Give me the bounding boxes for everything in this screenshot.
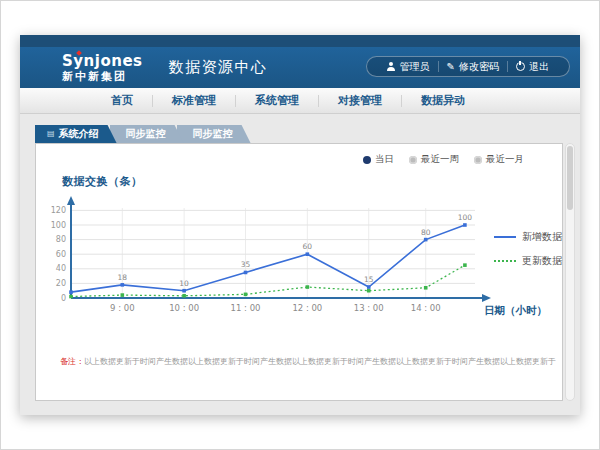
edit-icon: ✎ [447,62,455,72]
chart-svg: 0204060801001209 : 0010 : 0011 : 0012 : … [45,194,495,326]
legend-swatch-icon [494,236,516,238]
power-icon [516,62,525,71]
change-password-button[interactable]: ✎ 修改密码 [439,60,507,74]
scrollbar-track[interactable] [565,143,575,401]
tab-1[interactable]: 同步监控 [110,125,184,143]
document-icon: ▤ [47,130,55,138]
brand-logo: Synjones 新中新集团 [62,54,143,82]
nav-item-2[interactable]: 系统管理 [236,93,318,108]
top-strip [20,35,580,47]
navbar: 首页标准管理系统管理对接管理数据异动 [20,88,580,114]
nav-item-4[interactable]: 数据异动 [402,93,484,108]
svg-text:15: 15 [364,275,374,284]
footnote: 备注：以上数据更新于时间产生数据以上数据更新于时间产生数据以上数据更新于时间产生… [60,356,556,367]
svg-text:80: 80 [421,228,431,237]
logout-button[interactable]: 退出 [508,60,557,74]
svg-text:80: 80 [56,235,66,244]
nav-item-0[interactable]: 首页 [92,93,152,108]
tab-label: 同步监控 [193,125,233,143]
svg-text:0: 0 [61,294,66,303]
svg-text:9 : 00: 9 : 00 [110,303,135,313]
app-title: 数据资源中心 [169,58,268,77]
svg-text:120: 120 [51,206,66,215]
tab-2[interactable]: 同步监控 [177,125,251,143]
svg-text:35: 35 [241,260,251,269]
svg-text:18: 18 [118,273,128,282]
tab-0[interactable]: ▤系统介绍 [35,125,117,143]
svg-text:60: 60 [303,242,313,251]
user-pill: 管理员 ✎ 修改密码 退出 [366,56,570,77]
legend-label: 新增数据 [522,230,562,244]
nav-item-1[interactable]: 标准管理 [153,93,235,108]
radio-0[interactable]: 当日 [363,153,394,166]
logo-subtext: 新中新集团 [62,71,143,82]
radio-dot-icon [363,156,371,164]
svg-text:40: 40 [56,264,66,273]
radio-2[interactable]: 最近一月 [474,153,524,166]
footnote-prefix: 备注： [60,357,84,366]
user-icon [387,62,396,71]
range-filters: 当日最近一周最近一月 [363,153,524,166]
svg-text:10 : 00: 10 : 00 [169,303,199,313]
app-window: Synjones 新中新集团 数据资源中心 管理员 ✎ 修改密码 退出 首页标准… [20,35,580,415]
radio-dot-icon [409,156,417,164]
radio-dot-icon [474,156,482,164]
svg-text:60: 60 [56,250,66,259]
legend-item-1: 更新数据 [494,254,562,268]
header: Synjones 新中新集团 数据资源中心 管理员 ✎ 修改密码 退出 [20,47,580,88]
svg-text:100: 100 [51,221,66,230]
change-password-label: 修改密码 [459,60,499,74]
legend-swatch-icon [494,260,516,262]
tab-label: 系统介绍 [59,125,99,143]
user-name: 管理员 [400,60,430,74]
x-axis-title: 日期（小时） [484,304,547,318]
tab-bar: ▤系统介绍同步监控同步监控 [35,125,251,143]
legend-label: 更新数据 [522,254,562,268]
legend-item-0: 新增数据 [494,230,562,244]
svg-text:11 : 00: 11 : 00 [231,303,261,313]
user-menu[interactable]: 管理员 [379,60,438,74]
svg-text:100: 100 [458,213,473,222]
radio-label: 当日 [375,153,394,166]
y-axis-title: 数据交换（条） [62,174,143,189]
tab-label: 同步监控 [126,125,166,143]
svg-text:13 : 00: 13 : 00 [354,303,384,313]
radio-label: 最近一周 [421,153,459,166]
footnote-text: 以上数据更新于时间产生数据以上数据更新于时间产生数据以上数据更新于时间产生数据以… [84,357,556,366]
nav-item-3[interactable]: 对接管理 [319,93,401,108]
svg-text:14 : 00: 14 : 00 [411,303,441,313]
radio-label: 最近一月 [486,153,524,166]
content-area: ▤系统介绍同步监控同步监控 当日最近一周最近一月 数据交换（条） 0204060… [20,114,580,415]
chart-legend: 新增数据更新数据 [494,230,562,268]
logout-label: 退出 [529,60,549,74]
svg-text:10: 10 [179,279,189,288]
main-panel: 当日最近一周最近一月 数据交换（条） 0204060801001209 : 00… [35,143,563,401]
svg-text:12 : 00: 12 : 00 [292,303,322,313]
svg-text:20: 20 [56,279,66,288]
radio-1[interactable]: 最近一周 [409,153,459,166]
logo-text: Synjones [62,54,143,69]
scrollbar-thumb[interactable] [567,146,573,210]
